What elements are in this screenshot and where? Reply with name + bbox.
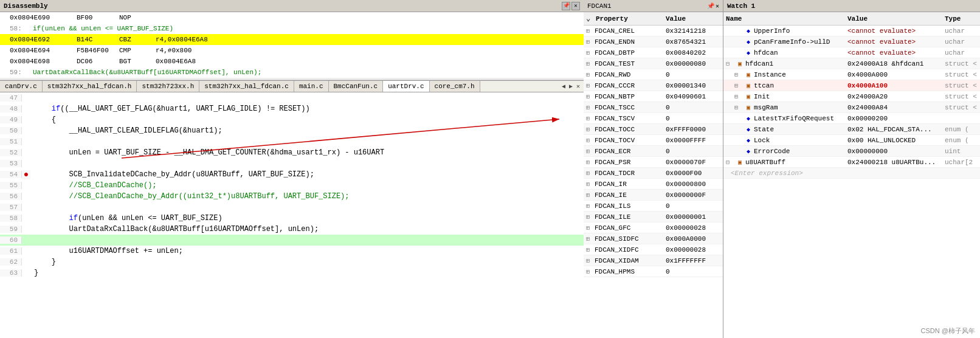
watch-row-upperinfo: ◆ UpperInfo <cannot evaluate> uchar (723, 26, 980, 36)
fdcan-close-icon[interactable]: ✕ (716, 2, 719, 10)
field-icon-pcan: ◆ (744, 38, 753, 46)
source-line-58: 58 if(unLen && unLen <= UART_BUF_SIZE) (0, 213, 584, 224)
pin-icon[interactable]: 📌 (562, 2, 570, 10)
source-line-52: 52 unLen = UART_BUF_SIZE - __HAL_DMA_GET… (0, 147, 584, 158)
disassembly-code: 0x0804E690 BF00 NOP 58: if(unLen && unLe… (0, 12, 584, 80)
fdcan-row-cccr: ⊞FDCAN_CCCR0x00001340 (584, 80, 723, 91)
tab-hal-fdcan-h[interactable]: stm32h7xx_hal_fdcan.h (43, 81, 137, 92)
disassembly-title: Disassembly (4, 2, 48, 10)
watermark: CSDN @柿子风年 (921, 326, 975, 336)
fdcan-row-hpms: ⊞FDCAN_HPMS0 (584, 266, 723, 277)
disasm-row: 0x0804E698 DC06 BGT 0x0804E6A8 (0, 56, 584, 67)
tab-canDrv[interactable]: canDrv.c (0, 81, 43, 92)
fdcan-header-icons: 📌 ✕ (707, 2, 719, 10)
tab-hal-fdcan-c[interactable]: stm32h7xx_hal_fdcan.c (199, 81, 294, 92)
fdcan-row-tscc: ⊞FDCAN_TSCC0 (584, 102, 723, 113)
fdcan-row-ils: ⊞FDCAN_ILS0 (584, 201, 723, 212)
source-line-57: 57 (0, 202, 584, 213)
fdcan-row-tocc: ⊞FDCAN_TOCC0xFFFF0000 (584, 124, 723, 135)
source-area[interactable]: 47 48 if((__HAL_UART_GET_FLAG(&huart1, U… (0, 92, 584, 338)
fdcan-sort-chevron[interactable]: ⌄ (586, 14, 596, 23)
fdcan-row-psr: ⊞FDCAN_PSR0x0000070F (584, 157, 723, 168)
watch-column-headers: Name Value Type (723, 12, 980, 26)
bp-spacer (2, 69, 10, 76)
watch-row-init: ⊞ ▣ Init 0x24000A20 struct < (723, 91, 980, 102)
source-line-49: 49 { (0, 114, 584, 125)
source-line-61: 61 u16UARTDMAOffset += unLen; (0, 246, 584, 257)
watch-title: Watch 1 (727, 2, 755, 10)
source-line-48: 48 if((__HAL_UART_GET_FLAG(&huart1, UART… (0, 103, 584, 114)
struct-icon-instance: ▣ (744, 71, 753, 79)
source-line-59: 59 UartDataRxCallBack(&u8UARTBuff[u16UAR… (0, 224, 584, 235)
source-line-60: 60 (0, 235, 584, 246)
fdcan-value-header: Value (666, 15, 720, 22)
tab-close-all[interactable]: ✕ (575, 83, 581, 90)
disasm-row: 0x0804E690 BF00 NOP (0, 12, 584, 23)
source-line-55: 55 //SCB_CleanDCache(); (0, 180, 584, 191)
source-line-63: 63 } (0, 267, 584, 278)
disasm-comment-row: 59: UartDataRxCallBack(&u8UARTBuff[u16UA… (0, 67, 584, 78)
disassembly-icons: 📌 ✕ (562, 2, 580, 10)
fdcan-row-tocv: ⊞FDCAN_TOCV0x0000FFFF (584, 135, 723, 146)
struct-icon-msgram: ▣ (744, 103, 753, 112)
struct-icon-ttcan: ▣ (744, 81, 753, 90)
source-line-53: 53 (0, 158, 584, 169)
disassembly-section: Disassembly 📌 ✕ 0x0804E690 BF00 NOP 58: … (0, 0, 584, 338)
disasm-highlighted-row: 0x0804E692 B14C CBZ r4,0x0804E6A8 (0, 34, 584, 45)
tab-scroll-right[interactable]: ▶ (568, 83, 574, 90)
watch-row-hfdcan-field: ◆ hfdcan <cannot evaluate> uchar (723, 47, 980, 58)
fdcan-column-headers: ⌄ Property Value (584, 12, 723, 26)
tab-bar: canDrv.c stm32h7xx_hal_fdcan.h stm32h723… (0, 80, 584, 92)
fdcan-row-ile: ⊞FDCAN_ILE0x00000001 (584, 212, 723, 222)
fdcan-row-rwd: ⊞FDCAN_RWD0 (584, 69, 723, 80)
fdcan-row-crel: ⊞FDCAN_CREL0x32141218 (584, 26, 723, 36)
watch-row-msgram: ⊞ ▣ msgRam 0x24000A84 struct < (723, 102, 980, 113)
source-line-54: 54 ● SCB_InvalidateDCache_by_Addr(u8UART… (0, 169, 584, 180)
fdcan-row-ecr: ⊞FDCAN_ECR0 (584, 146, 723, 157)
tab-core-cm7[interactable]: core_cm7.h (430, 81, 480, 92)
field-icon-hfdcan: ◆ (744, 49, 753, 57)
disasm-row: 0x0804E694 F5B46F00 CMP r4,#0x800 (0, 45, 584, 56)
field-icon-errorcode: ◆ (744, 147, 753, 156)
tab-controls: ◀ ▶ ✕ (561, 83, 584, 90)
field-icon-state: ◆ (744, 125, 753, 134)
bp-spacer (2, 36, 10, 43)
watch-scroll-area[interactable]: ◆ UpperInfo <cannot evaluate> uchar ◆ pC… (723, 26, 980, 338)
bp-spacer (2, 25, 10, 32)
disassembly-header: Disassembly 📌 ✕ (0, 0, 584, 12)
field-icon-upperinfo: ◆ (744, 27, 753, 35)
fdcan-panel: FDCAN1 📌 ✕ ⌄ Property Value ⊞FDCAN_CREL0… (584, 0, 723, 338)
field-icon-lock: ◆ (744, 136, 753, 145)
tab-main[interactable]: main.c (294, 81, 329, 92)
watch-row-errorcode: ◆ ErrorCode 0x00000000 uint (723, 146, 980, 157)
fdcan-row-dbtp: ⊞FDCAN_DBTP0x00840202 (584, 47, 723, 58)
watch-row-lock: ◆ Lock 0x00 HAL_UNLOCKED enum ( (723, 135, 980, 146)
fdcan-row-ir: ⊞FDCAN_IR0x00000800 (584, 179, 723, 190)
disasm-comment-row: 58: if(unLen && unLen <= UART_BUF_SIZE) (0, 23, 584, 34)
enter-expression-placeholder[interactable]: <Enter expression> (726, 168, 808, 178)
fdcan-row-xidfc: ⊞FDCAN_XIDFC0x00000028 (584, 244, 723, 255)
field-icon-latestfifo: ◆ (744, 114, 753, 123)
watch-enter-expression-row[interactable]: <Enter expression> (723, 168, 980, 179)
tab-scroll-left[interactable]: ◀ (561, 83, 567, 90)
struct-icon-hfdcan1: ▣ (736, 60, 744, 68)
fdcan-row-ie: ⊞FDCAN_IE0x0000000F (584, 190, 723, 201)
source-line-50: 50 __HAL_UART_CLEAR_IDLEFLAG(&huart1); (0, 125, 584, 136)
fdcan-pin-icon[interactable]: 📌 (707, 2, 714, 10)
watch-row-state: ◆ State 0x02 HAL_FDCAN_STA... enum ( (723, 124, 980, 135)
tab-stm32h723[interactable]: stm32h723xx.h (137, 81, 199, 92)
fdcan-property-header: Property (596, 15, 666, 22)
fdcan-row-gfc: ⊞FDCAN_GFC0x00000028 (584, 222, 723, 233)
watch-row-pcanframeinfo: ◆ pCanFrameInfo->ullD <cannot evaluate> … (723, 36, 980, 47)
struct-icon-init: ▣ (744, 92, 753, 101)
fdcan-scroll-area[interactable]: ⊞FDCAN_CREL0x32141218 ⊞FDCAN_ENDN0x87654… (584, 26, 723, 338)
bp-spacer (2, 14, 10, 21)
tab-bmccanfun[interactable]: BmcCanFun.c (329, 81, 384, 92)
tab-uartdrv[interactable]: uartDrv.c (383, 81, 429, 92)
close-disasm-icon[interactable]: ✕ (571, 2, 580, 10)
fdcan-row-test: ⊞FDCAN_TEST0x00000080 (584, 58, 723, 69)
watch-type-header: Type (945, 15, 978, 22)
source-line-56: 56 //SCB_CleanDCache_by_Addr((uint32_t*)… (0, 191, 584, 202)
breakpoint-54[interactable]: ● (24, 170, 29, 179)
watch-row-ttcan: ⊞ ▣ ttcan 0x4000A100 struct < (723, 80, 980, 91)
